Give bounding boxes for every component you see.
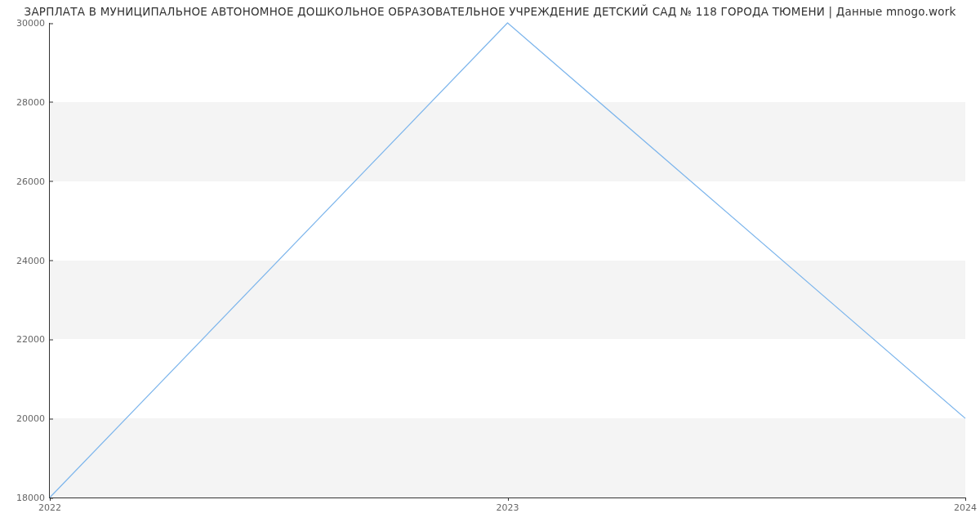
salary-chart: ЗАРПЛАТА В МУНИЦИПАЛЬНОЕ АВТОНОМНОЕ ДОШК… <box>0 0 980 531</box>
y-tick-label: 26000 <box>16 176 50 186</box>
y-tick-label: 28000 <box>16 96 50 107</box>
y-tick-label: 22000 <box>16 334 50 345</box>
x-tick-label: 2024 <box>954 498 977 513</box>
y-tick-label: 20000 <box>16 413 50 424</box>
y-tick-label: 24000 <box>16 255 50 266</box>
x-tick-label: 2022 <box>38 498 61 513</box>
plot-area: 1800020000220002400026000280003000020222… <box>49 23 965 498</box>
line-series <box>50 23 965 498</box>
x-tick-label: 2023 <box>497 498 519 513</box>
y-tick-label: 30000 <box>16 18 50 29</box>
chart-title: ЗАРПЛАТА В МУНИЦИПАЛЬНОЕ АВТОНОМНОЕ ДОШК… <box>0 5 980 18</box>
